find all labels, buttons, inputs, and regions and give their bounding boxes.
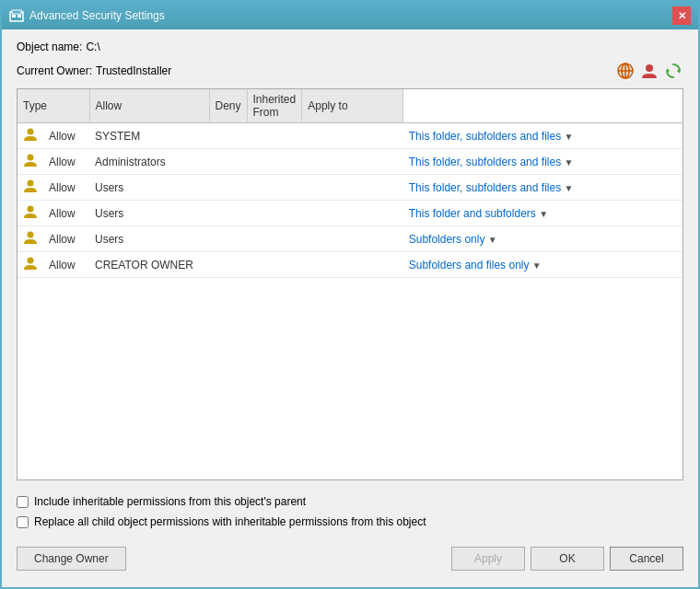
row-allow: [209, 149, 247, 175]
permissions-table-container: Type Allow Deny Inherited From Apply to …: [17, 88, 683, 480]
owner-label: Current Owner:: [17, 64, 92, 77]
row-allow: [209, 201, 247, 226]
svg-point-8: [618, 64, 633, 78]
svg-point-9: [646, 64, 653, 72]
row-icon-cell: [18, 252, 43, 278]
svg-point-13: [28, 155, 34, 161]
main-window: Advanced Security Settings ✕ Object name…: [0, 0, 700, 589]
owner-icons: [615, 61, 683, 81]
row-allow: [209, 252, 247, 278]
row-type: Allow: [43, 175, 89, 201]
svg-point-12: [28, 129, 34, 135]
row-inherited: [302, 123, 403, 149]
dropdown-arrow-icon[interactable]: ▼: [564, 157, 573, 167]
table-row[interactable]: AllowUsersThis folder and subfolders ▼: [18, 201, 682, 226]
dropdown-arrow-icon[interactable]: ▼: [539, 209, 548, 219]
user-owner-icon[interactable]: [639, 61, 659, 81]
close-button[interactable]: ✕: [672, 6, 691, 25]
row-inherited: [302, 149, 403, 175]
table-row[interactable]: AllowUsersSubfolders only ▼: [18, 226, 682, 252]
object-name-value: C:\: [86, 40, 99, 53]
row-deny: [247, 226, 302, 252]
replace-permissions-checkbox[interactable]: [17, 516, 29, 528]
row-deny: [247, 149, 302, 175]
dropdown-arrow-icon[interactable]: ▼: [488, 235, 497, 245]
checkbox-row-2[interactable]: Replace all child object permissions wit…: [17, 515, 683, 528]
row-principal: Administrators: [89, 149, 209, 175]
row-type: Allow: [43, 123, 89, 149]
row-icon-cell: [18, 123, 43, 149]
permissions-table: Type Allow Deny Inherited From Apply to …: [18, 89, 682, 278]
row-principal: SYSTEM: [89, 123, 209, 149]
table-header-row: Type Allow Deny Inherited From Apply to: [18, 89, 682, 123]
row-applyto: Subfolders and files only ▼: [403, 252, 682, 278]
row-icon-cell: [18, 149, 43, 175]
row-principal: Users: [89, 175, 209, 201]
dropdown-arrow-icon[interactable]: ▼: [564, 132, 573, 142]
window-icon: [9, 8, 24, 23]
dropdown-arrow-icon[interactable]: ▼: [564, 183, 573, 193]
user-icon: [23, 179, 38, 193]
row-inherited: [302, 226, 403, 252]
table-row[interactable]: AllowSYSTEMThis folder, subfolders and f…: [18, 123, 682, 149]
user-icon: [23, 230, 38, 245]
owner-left: Current Owner: TrustedInstaller: [17, 64, 171, 77]
row-principal: Users: [89, 201, 209, 226]
row-applyto: This folder, subfolders and files ▼: [403, 149, 682, 175]
row-applyto: This folder, subfolders and files ▼: [403, 175, 682, 201]
buttons-row: Change Owner Apply OK Cancel: [17, 543, 683, 576]
user-icon: [23, 153, 38, 167]
row-principal: CREATOR OWNER: [89, 252, 209, 278]
row-icon-cell: [18, 226, 43, 252]
svg-rect-2: [12, 15, 16, 17]
user-icon: [23, 256, 38, 271]
svg-point-14: [28, 180, 34, 187]
row-type: Allow: [43, 226, 89, 252]
svg-marker-10: [677, 68, 680, 74]
row-allow: [209, 175, 247, 201]
ok-button[interactable]: OK: [531, 547, 604, 571]
col-header-applyto: Apply to: [302, 89, 403, 123]
checkbox-row-1[interactable]: Include inheritable permissions from thi…: [17, 495, 683, 508]
row-deny: [247, 252, 302, 278]
row-inherited: [302, 175, 403, 201]
owner-value: TrustedInstaller: [96, 64, 171, 77]
apply-button[interactable]: Apply: [451, 547, 525, 571]
table-row[interactable]: AllowAdministratorsThis folder, subfolde…: [18, 149, 682, 175]
row-principal: Users: [89, 226, 209, 252]
row-deny: [247, 175, 302, 201]
user-icon: [23, 204, 38, 219]
user-icon: [23, 127, 38, 142]
row-applyto: Subfolders only ▼: [403, 226, 682, 252]
row-allow: [209, 123, 247, 149]
owner-row: Current Owner: TrustedInstaller: [17, 61, 683, 81]
inherit-permissions-checkbox[interactable]: [17, 496, 29, 508]
row-icon-cell: [18, 175, 43, 201]
svg-point-15: [28, 206, 34, 213]
row-icon-cell: [18, 201, 43, 226]
cancel-button[interactable]: Cancel: [610, 547, 683, 571]
window-title: Advanced Security Settings: [29, 9, 165, 22]
refresh-icon[interactable]: [663, 61, 683, 81]
svg-marker-11: [667, 68, 670, 74]
row-type: Allow: [43, 252, 89, 278]
col-header-inherited: Inherited From: [247, 89, 302, 123]
row-allow: [209, 226, 247, 252]
col-header-type: Type: [18, 89, 89, 123]
svg-point-16: [28, 232, 34, 238]
row-applyto: This folder and subfolders ▼: [403, 201, 682, 226]
change-owner-button[interactable]: Change Owner: [17, 547, 126, 571]
object-name-row: Object name: C:\: [17, 40, 683, 53]
checkboxes-section: Include inheritable permissions from thi…: [17, 488, 683, 536]
table-row[interactable]: AllowUsersThis folder, subfolders and fi…: [18, 175, 682, 201]
title-bar-left: Advanced Security Settings: [9, 8, 165, 23]
row-deny: [247, 201, 302, 226]
object-name-label: Object name:: [17, 40, 82, 53]
row-type: Allow: [43, 201, 89, 226]
table-row[interactable]: AllowCREATOR OWNERSubfolders and files o…: [18, 252, 682, 278]
col-header-deny: Deny: [209, 89, 247, 123]
row-inherited: [302, 252, 403, 278]
edit-owner-icon[interactable]: [615, 61, 636, 81]
svg-rect-1: [12, 10, 21, 14]
dropdown-arrow-icon[interactable]: ▼: [532, 260, 542, 271]
